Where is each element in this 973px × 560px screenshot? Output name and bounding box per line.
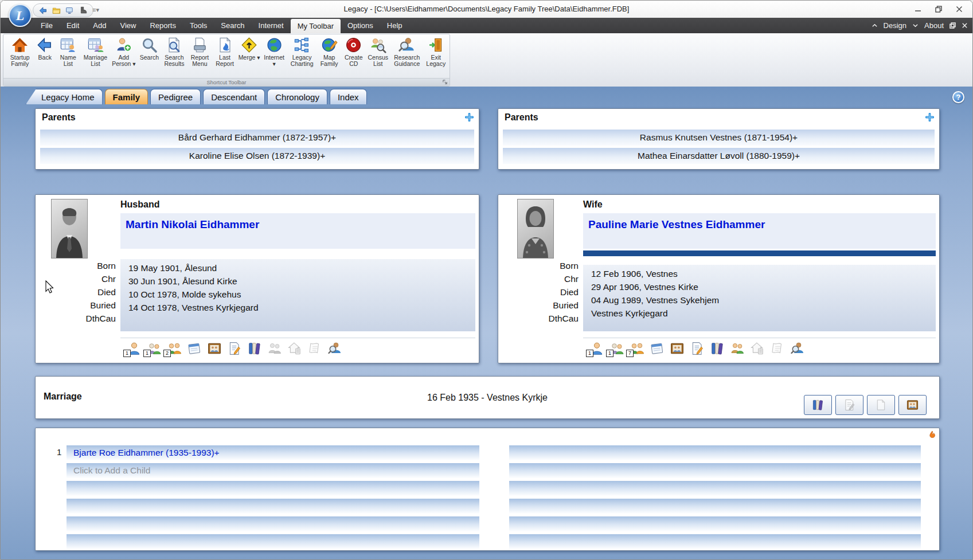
stories-icon[interactable] — [771, 342, 784, 355]
mother-row[interactable]: Karoline Elise Olsen (1872-1939)+ — [40, 148, 474, 164]
close-button[interactable] — [949, 3, 969, 15]
merge-button[interactable]: Merge ▾ — [237, 36, 261, 61]
father-row[interactable]: Rasmus Knutsen Vestnes (1871-1954)+ — [503, 130, 935, 146]
wife-details[interactable]: 12 Feb 1906, Vestnes 29 Apr 1906, Vestne… — [583, 265, 936, 331]
events-icon[interactable] — [650, 342, 664, 355]
search-button[interactable]: Search — [138, 36, 162, 61]
empty-child-row[interactable] — [509, 534, 921, 549]
empty-child-row[interactable] — [509, 516, 921, 531]
last-report-button[interactable]: Last Report — [212, 36, 237, 68]
marriage-document-button[interactable] — [867, 395, 895, 415]
menu-reports[interactable]: Reports — [143, 18, 183, 33]
design-menu[interactable]: Design — [884, 21, 906, 30]
spouse-count-icon[interactable]: 1 — [127, 342, 141, 355]
add-child-label: Click to Add a Child — [73, 465, 150, 476]
menu-my-toolbar[interactable]: My Toolbar — [291, 19, 341, 33]
empty-child-row[interactable] — [509, 463, 921, 478]
stories-icon[interactable] — [308, 342, 322, 355]
child-row[interactable]: Bjarte Roe Eidhammer (1935-1993)+ — [67, 445, 479, 460]
chevron-down-icon[interactable] — [912, 22, 919, 29]
pictures-icon[interactable] — [670, 342, 684, 355]
children-count-icon[interactable]: 7 — [630, 342, 644, 355]
spouse-count-icon[interactable]: 1 — [590, 342, 604, 355]
charting-icon — [294, 37, 310, 53]
tab-pedigree[interactable]: Pedigree — [150, 89, 201, 104]
menu-help[interactable]: Help — [380, 18, 409, 33]
empty-child-row[interactable] — [509, 481, 921, 496]
empty-child-row[interactable] — [509, 499, 921, 514]
tab-chronology[interactable]: Chronology — [267, 89, 327, 104]
marriage-sources-button[interactable] — [804, 395, 832, 415]
events-icon[interactable] — [187, 342, 201, 355]
husband-name-row[interactable]: Martin Nikolai Eidhammer — [120, 213, 475, 249]
close-small-icon[interactable] — [962, 22, 968, 29]
research-icon[interactable] — [791, 342, 804, 355]
internet-button[interactable]: Internet ▾ — [261, 36, 287, 68]
pictures-icon[interactable] — [208, 342, 221, 355]
empty-child-row[interactable] — [67, 481, 479, 496]
wife-name-row[interactable]: Pauline Marie Vestnes Eidhammer — [583, 213, 936, 249]
exit-legacy-button[interactable]: Exit Legacy — [423, 36, 448, 68]
restore-small-icon[interactable] — [949, 22, 956, 29]
tab-index[interactable]: Index — [330, 89, 367, 104]
born-label: Born — [36, 259, 116, 272]
empty-child-row[interactable] — [509, 445, 921, 460]
marriage-notes-button[interactable] — [835, 395, 863, 415]
menu-add[interactable]: Add — [86, 18, 113, 33]
empty-child-row[interactable] — [67, 516, 479, 531]
husband-details[interactable]: 19 May 1901, Ålesund 30 Jun 1901, Ålesun… — [120, 259, 475, 331]
map-family-button[interactable]: Map Family — [316, 36, 342, 68]
husband-photo[interactable] — [51, 199, 88, 259]
legacy-charting-button[interactable]: Legacy Charting — [287, 36, 316, 68]
mother-row[interactable]: Mathea Einarsdatter Løvoll (1880-1959)+ — [503, 148, 935, 164]
menu-internet[interactable]: Internet — [252, 18, 291, 33]
tab-legacy-home[interactable]: Legacy Home — [26, 89, 103, 104]
add-parents-icon[interactable] — [465, 113, 474, 122]
add-child-row[interactable]: Click to Add a Child — [67, 463, 479, 478]
wife-photo[interactable] — [517, 199, 554, 259]
research-guidance-button[interactable]: Research Guidance — [390, 36, 423, 68]
legacy-logo[interactable]: L — [9, 4, 32, 27]
menu-file[interactable]: File — [34, 18, 60, 33]
report-menu-button[interactable]: Report Menu — [187, 36, 213, 68]
notes-icon[interactable] — [690, 342, 704, 355]
name-list-button[interactable]: Name List — [56, 36, 81, 68]
parents-count-icon[interactable]: 1 — [610, 342, 624, 355]
notes-icon — [843, 399, 855, 411]
startup-family-button[interactable]: Startup Family — [6, 36, 34, 68]
menu-edit[interactable]: Edit — [60, 18, 86, 33]
about-menu[interactable]: About — [924, 21, 944, 30]
menu-view[interactable]: View — [114, 18, 143, 33]
empty-child-row[interactable] — [67, 499, 479, 514]
menu-tools[interactable]: Tools — [183, 18, 214, 33]
residence-icon[interactable] — [288, 342, 302, 355]
add-person-button[interactable]: Add Person ▾ — [110, 36, 138, 68]
children-count-icon[interactable]: 2 — [167, 342, 181, 355]
census-list-button[interactable]: Census List — [366, 36, 391, 68]
restore-button[interactable] — [929, 3, 948, 15]
empty-child-row[interactable] — [67, 534, 479, 549]
menu-search[interactable]: Search — [214, 18, 251, 33]
sources-icon[interactable] — [248, 342, 261, 355]
father-row[interactable]: Bård Gerhard Eidhammer (1872-1957)+ — [40, 130, 474, 146]
add-parents-icon[interactable] — [925, 113, 934, 122]
create-cd-button[interactable]: Create CD — [342, 36, 366, 68]
tab-descendant[interactable]: Descendant — [203, 89, 265, 104]
marriage-list-button[interactable]: Marriage List — [81, 36, 110, 68]
sources-icon[interactable] — [710, 342, 724, 355]
parents-count-icon[interactable]: 1 — [147, 342, 161, 355]
group-icon[interactable] — [268, 342, 282, 355]
tab-family[interactable]: Family — [105, 89, 149, 104]
residence-icon[interactable] — [751, 342, 764, 355]
group-icon[interactable] — [730, 342, 744, 355]
collapse-ribbon-icon[interactable] — [872, 22, 878, 29]
help-icon[interactable]: ? — [952, 91, 964, 103]
search-results-button[interactable]: Search Results — [161, 36, 187, 68]
research-icon[interactable] — [328, 342, 342, 355]
menu-options[interactable]: Options — [341, 18, 380, 33]
notes-icon[interactable] — [228, 342, 241, 355]
minimize-button[interactable] — [908, 3, 928, 15]
dialog-launcher-icon[interactable] — [442, 79, 448, 85]
back-button[interactable]: Back — [34, 36, 56, 61]
marriage-pictures-button[interactable] — [898, 395, 927, 415]
